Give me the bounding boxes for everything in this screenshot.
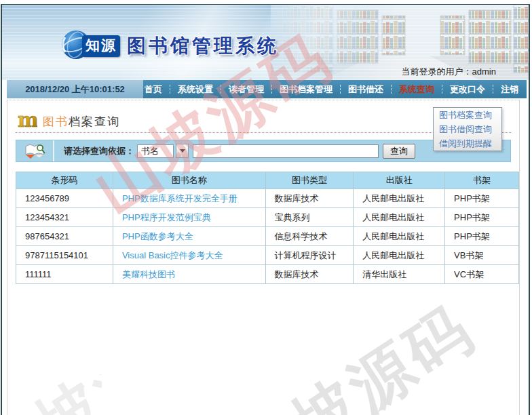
cell-bookname: PHP函数参考大全 (113, 227, 265, 246)
book-link[interactable]: Visual Basic控件参考大全 (122, 250, 223, 260)
cell-booktype: 宝典系列 (265, 208, 354, 227)
book-link[interactable]: 美耀科技图书 (122, 269, 175, 279)
book-link[interactable]: PHP程序开发范例宝典 (122, 212, 211, 222)
cell-booktype: 数据库技术 (265, 189, 354, 208)
criteria-selected-value[interactable]: 书名 (137, 144, 174, 158)
combo-dropdown-button[interactable] (176, 144, 189, 158)
nav-separator (170, 85, 170, 94)
cell-booktype: 计算机程序设计 (265, 246, 354, 265)
cell-bookname: Visual Basic控件参考大全 (113, 246, 265, 265)
table-row: 987654321 PHP函数参考大全 信息科学技术 人民邮电出版社 PHP书架 (16, 227, 519, 246)
query-button[interactable]: 查询 (383, 144, 415, 159)
cell-booktype: 信息科学技术 (265, 227, 354, 246)
page-frame-right (529, 4, 530, 415)
nav-separator (271, 85, 272, 94)
nav-item-change-password[interactable]: 更改口令 (449, 83, 487, 96)
cell-barcode: 111111 (16, 265, 113, 284)
table-row: 123454321 PHP程序开发范例宝典 宝典系列 人民邮电出版社 PHP书架 (16, 208, 519, 227)
svg-text:m: m (18, 111, 37, 130)
cell-barcode: 987654321 (16, 227, 113, 246)
cell-barcode: 9787115154101 (16, 246, 113, 265)
book-link[interactable]: PHP数据库系统开发完全手册 (122, 193, 238, 203)
book-search-icon (16, 140, 54, 161)
col-header-shelf: 书架 (445, 172, 519, 189)
system-query-dropdown: 图书档案查询 图书借阅查询 借阅到期提醒 (433, 107, 502, 151)
logo-badge: 知源 (82, 35, 120, 57)
banner: 知源 图书馆管理系统 当前登录的用户：admin (2, 4, 529, 80)
cell-bookname: 美耀科技图书 (113, 265, 265, 284)
col-header-barcode: 条形码 (16, 172, 113, 189)
book-link[interactable]: PHP函数参考大全 (122, 231, 193, 241)
nav-item-book-archive[interactable]: 图书档案管理 (278, 83, 334, 96)
system-title: 图书馆管理系统 (127, 33, 279, 59)
criteria-combo: 书名 (137, 144, 189, 158)
cell-publisher: 人民邮电出版社 (354, 189, 445, 208)
caret-down-icon (180, 149, 185, 153)
menu-item-due-reminder[interactable]: 借阅到期提醒 (434, 136, 501, 151)
menu-item-book-archive-query[interactable]: 图书档案查询 (434, 108, 501, 122)
query-criteria-label: 请选择查询依据： (64, 145, 134, 157)
cell-publisher: 人民邮电出版社 (354, 208, 445, 227)
cell-booktype: 数据库技术 (265, 265, 354, 284)
books-table: 条形码 图书名称 图书类型 出版社 书架 123456789 PHP数据库系统开… (16, 172, 519, 284)
nav-separator (442, 85, 442, 94)
nav-separator (221, 85, 221, 94)
datetime-label: 2018/12/20 上午10:01:52 (7, 80, 143, 98)
nav-item-home[interactable]: 首页 (143, 83, 164, 96)
nav-item-reader-mgmt[interactable]: 读者管理 (227, 83, 265, 96)
page-title-rest: 档案查询 (69, 115, 120, 128)
nav-item-system-query[interactable]: 系统查询 (398, 83, 436, 96)
current-user-label: 当前登录的用户：admin (402, 66, 496, 78)
app-logo: 知源 图书馆管理系统 (60, 29, 279, 63)
gold-book-icon: m (17, 111, 37, 133)
nav-item-borrow-return[interactable]: 图书借还 (347, 83, 385, 96)
nav-item-system-settings[interactable]: 系统设置 (176, 83, 214, 96)
cell-publisher: 人民邮电出版社 (354, 227, 445, 246)
col-header-publisher: 出版社 (354, 172, 445, 189)
table-header-row: 条形码 图书名称 图书类型 出版社 书架 (16, 172, 519, 189)
nav-item-logout[interactable]: 注销 (499, 83, 520, 96)
table-row: 111111 美耀科技图书 数据库技术 清华出版社 VC书架 (16, 265, 519, 284)
nav-menu: 首页 系统设置 读者管理 图书档案管理 图书借还 系统查询 更改口令 注销 (143, 80, 527, 98)
table-row: 9787115154101 Visual Basic控件参考大全 计算机程序设计… (16, 246, 519, 265)
search-input[interactable] (193, 144, 379, 158)
col-header-bookname: 图书名称 (113, 172, 265, 189)
cell-barcode: 123456789 (16, 189, 113, 208)
cell-publisher: 人民邮电出版社 (354, 246, 445, 265)
page-title-highlight: 图书 (43, 115, 69, 128)
cell-shelf: PHP书架 (445, 189, 519, 208)
nav-separator (391, 85, 392, 94)
cell-shelf: VB书架 (445, 246, 519, 265)
navbar: 2018/12/20 上午10:01:52 首页 系统设置 读者管理 图书档案管… (7, 80, 527, 98)
nav-separator (340, 85, 341, 94)
menu-item-book-borrow-query[interactable]: 图书借阅查询 (434, 122, 501, 136)
nav-separator (493, 85, 493, 94)
cell-bookname: PHP数据库系统开发完全手册 (113, 189, 265, 208)
cell-barcode: 123454321 (16, 208, 113, 227)
cell-shelf: VC书架 (445, 265, 519, 284)
cell-publisher: 清华出版社 (354, 265, 445, 284)
cell-bookname: PHP程序开发范例宝典 (113, 208, 265, 227)
page-title: 图书档案查询 (43, 114, 120, 130)
cell-shelf: PHP书架 (445, 208, 519, 227)
col-header-booktype: 图书类型 (265, 172, 354, 189)
cell-shelf: PHP书架 (445, 227, 519, 246)
table-row: 123456789 PHP数据库系统开发完全手册 数据库技术 人民邮电出版社 P… (16, 189, 519, 208)
